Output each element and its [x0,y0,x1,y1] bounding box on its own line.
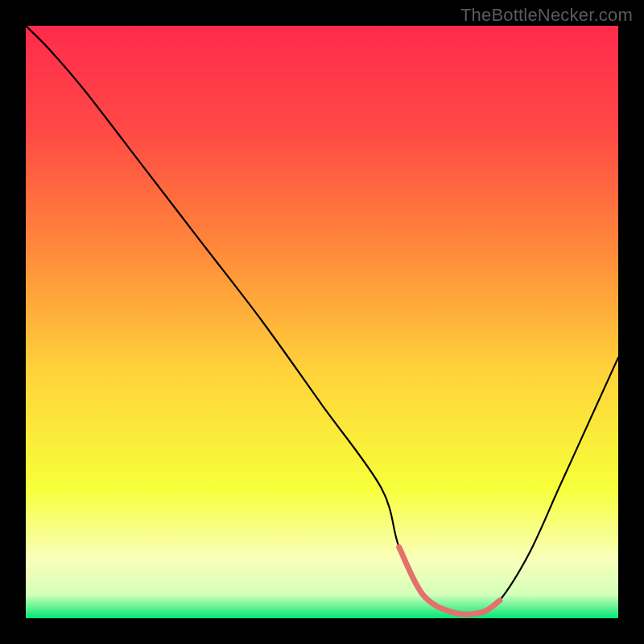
chart-svg [26,26,618,618]
watermark: TheBottleNecker.com [460,5,633,26]
gradient-background [26,26,618,618]
chart-frame [26,26,618,618]
